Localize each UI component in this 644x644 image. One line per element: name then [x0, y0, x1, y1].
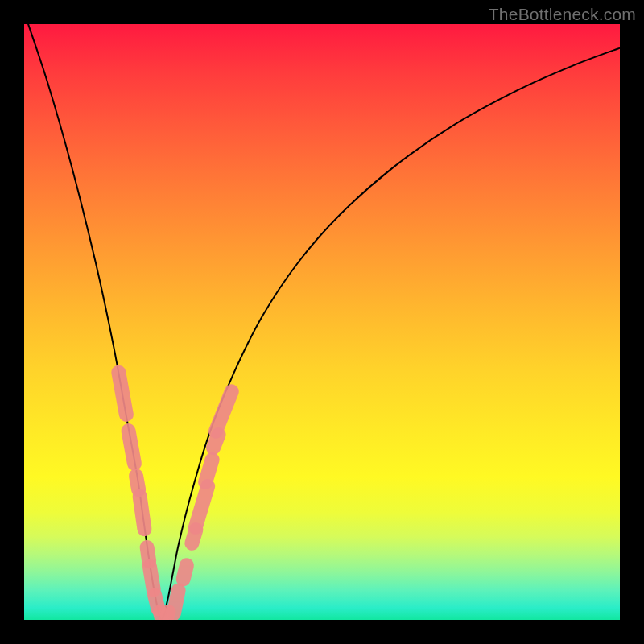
outer-frame: TheBottleneck.com — [0, 0, 644, 644]
marker-capsule — [165, 582, 187, 620]
curve-path — [24, 24, 620, 620]
marker-capsule — [120, 423, 142, 472]
plot-area — [24, 24, 620, 620]
marker-capsule — [131, 488, 152, 537]
marker-capsule — [196, 451, 221, 492]
curve-layer — [24, 24, 620, 620]
marker-capsule — [175, 556, 196, 588]
bottleneck-curve — [24, 24, 620, 620]
highlighted-markers — [110, 364, 242, 620]
watermark-text: TheBottleneck.com — [489, 5, 636, 24]
marker-capsule — [110, 364, 134, 423]
